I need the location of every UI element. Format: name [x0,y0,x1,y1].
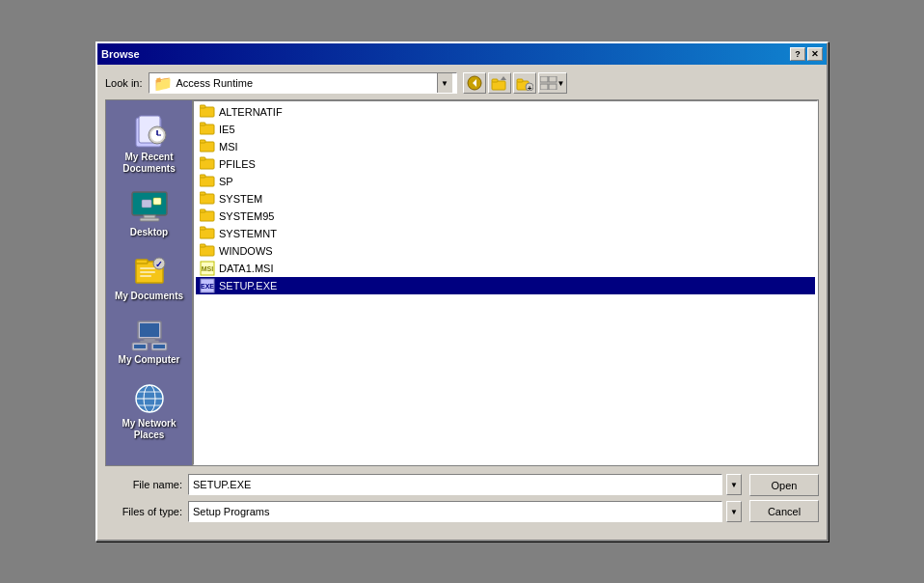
svg-rect-61 [200,227,205,230]
svg-rect-59 [200,209,205,212]
svg-rect-23 [142,200,151,208]
title-bar: Browse ? ✕ [97,43,827,65]
file-name-input[interactable]: SETUP.EXE [188,474,722,495]
file-list-item[interactable]: ALTERNATIF [196,103,815,121]
svg-rect-22 [140,218,159,221]
sidebar: My RecentDocuments Deskt [106,100,193,465]
browse-dialog: Browse ? ✕ Look in: 📁 Access Runtime ▼ [95,42,829,541]
title-bar-buttons: ? ✕ [790,47,823,61]
file-icon [200,122,215,137]
file-list-item[interactable]: SYSTEMNT [196,225,815,242]
svg-rect-55 [200,175,205,178]
svg-rect-57 [200,192,205,195]
svg-marker-4 [501,76,506,80]
toolbar-buttons: + ▼ [463,72,567,94]
open-button[interactable]: Open [749,474,819,496]
look-in-label: Look in: [105,77,143,89]
file-name: ALTERNATIF [219,106,283,118]
svg-rect-39 [153,345,165,348]
file-name: SYSTEM95 [219,210,274,222]
file-list-item[interactable]: EXE SETUP.EXE [196,277,815,294]
file-name: DATA1.MSI [219,263,273,274]
file-icon: MSI [200,261,215,276]
svg-rect-47 [200,105,205,108]
sidebar-item-my-recent-documents[interactable]: My RecentDocuments [110,108,189,180]
sidebar-item-my-computer[interactable]: My Computer [110,311,189,371]
file-list[interactable]: ALTERNATIF IE5 MSI PFILES SP SYSTEM SYST… [193,100,818,465]
file-name-input-wrapper: SETUP.EXE ▼ [188,474,742,495]
file-type-dropdown-arrow[interactable]: ▼ [726,501,742,522]
look-in-value: Access Runtime [177,77,253,89]
svg-rect-6 [517,79,523,82]
desktop-icon [130,188,169,227]
svg-rect-9 [540,76,548,82]
view-button[interactable]: ▼ [538,72,567,94]
look-in-row: Look in: 📁 Access Runtime ▼ [105,72,819,94]
back-button[interactable] [463,72,486,94]
svg-text:+: + [527,84,531,92]
file-list-item[interactable]: WINDOWS [196,242,815,260]
svg-rect-27 [140,267,155,269]
svg-rect-10 [549,76,557,82]
svg-rect-51 [200,140,205,143]
file-list-item[interactable]: SP [196,173,815,190]
look-in-dropdown[interactable]: 📁 Access Runtime ▼ [149,72,457,94]
bottom-area: File name: SETUP.EXE ▼ Files of type: [105,466,819,532]
svg-rect-29 [140,275,151,277]
dialog-body: Look in: 📁 Access Runtime ▼ [97,65,827,540]
file-type-input[interactable]: Setup Programs [188,501,722,522]
new-folder-button[interactable]: + [513,72,536,94]
file-list-item[interactable]: SYSTEM95 [196,208,815,225]
my-network-places-icon [130,379,169,418]
file-name: SETUP.EXE [219,280,277,292]
look-in-dropdown-arrow[interactable]: ▼ [437,73,452,93]
file-icon [200,226,215,241]
svg-rect-33 [140,323,159,337]
file-name: MSI [219,141,238,153]
file-name: SYSTEM [219,193,262,205]
svg-rect-26 [136,260,148,264]
my-recent-documents-icon [130,113,169,152]
file-icon [200,139,215,154]
close-button[interactable]: ✕ [807,47,823,61]
cancel-button[interactable]: Cancel [749,500,819,522]
sidebar-item-desktop[interactable]: Desktop [110,183,189,243]
file-icon [200,243,215,259]
svg-rect-63 [200,244,205,247]
file-list-item[interactable]: IE5 [196,121,815,138]
file-name: SYSTEMNT [219,228,277,239]
file-icon: EXE [200,278,215,293]
file-list-item[interactable]: SYSTEM [196,190,815,208]
file-list-item[interactable]: MSI [196,138,815,155]
svg-rect-49 [200,123,205,125]
sidebar-item-my-network-places[interactable]: My NetworkPlaces [110,375,189,446]
svg-rect-37 [134,345,146,348]
my-documents-icon: ✓ [130,252,169,291]
file-icon [200,208,215,224]
file-name: SP [219,176,233,187]
file-icon [200,174,215,189]
svg-rect-12 [549,84,557,90]
file-name-label: File name: [105,479,182,490]
svg-text:MSI: MSI [202,265,214,272]
up-folder-button[interactable] [488,72,511,94]
bottom-form-area: File name: SETUP.EXE ▼ Files of type: [105,474,819,528]
sidebar-item-my-documents[interactable]: ✓ My Documents [110,247,189,307]
action-buttons: Open Cancel [749,474,819,522]
sidebar-item-desktop-label: Desktop [130,227,168,238]
sidebar-item-my-recent-documents-label: My RecentDocuments [122,152,175,175]
file-list-item[interactable]: MSI DATA1.MSI [196,260,815,277]
my-computer-icon [130,316,169,354]
file-type-input-wrapper: Setup Programs ▼ [188,501,742,522]
file-name: WINDOWS [219,245,273,257]
help-button[interactable]: ? [790,47,805,61]
sidebar-item-my-computer-label: My Computer [119,354,180,366]
svg-rect-24 [153,198,161,205]
file-list-item[interactable]: PFILES [196,155,815,173]
svg-text:EXE: EXE [201,283,214,290]
svg-rect-11 [540,84,548,90]
file-name-dropdown-arrow[interactable]: ▼ [726,474,742,495]
file-type-label: Files of type: [105,506,182,517]
sidebar-item-my-documents-label: My Documents [115,291,183,302]
svg-rect-3 [492,79,498,82]
